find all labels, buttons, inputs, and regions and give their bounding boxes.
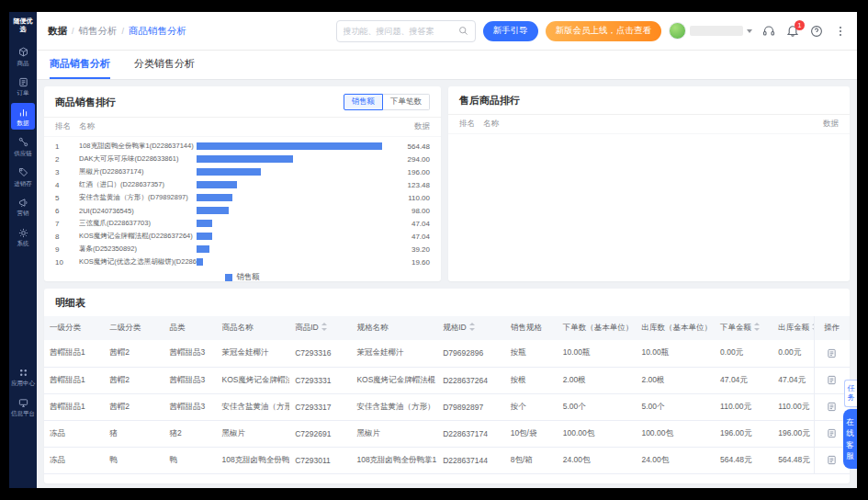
view-detail-icon[interactable] [827, 455, 837, 464]
rank-number: 4 [55, 181, 79, 189]
sort-icon[interactable] [469, 323, 476, 331]
sales-value: 47.04 [388, 233, 430, 241]
column-header-7[interactable]: 规格ID [437, 316, 504, 340]
sidebar-item-label: 订单 [17, 89, 29, 97]
aftersale-column-header: 排名 名称 数据 [448, 115, 850, 134]
table-cell: 100.00包 [636, 420, 715, 447]
view-detail-icon[interactable] [827, 428, 837, 438]
sales-value: 564.48 [388, 142, 430, 151]
task-float-button[interactable]: 任务 [844, 380, 857, 407]
ranking-row: 10KOS魔烤记(优选之选黑胡椒饼)(D228634296)19.60 [55, 256, 430, 268]
avatar[interactable] [669, 22, 686, 40]
table-cell: KOS魔烤记金牌帽法棍 [217, 367, 290, 393]
app-logo: 随便优选 [11, 17, 35, 34]
rank-number: 8 [55, 233, 79, 241]
sidebar-item-data[interactable]: 数据 [11, 103, 35, 130]
metric-toggle-销售额[interactable]: 销售额 [344, 94, 384, 110]
view-detail-icon[interactable] [827, 348, 837, 358]
search-icon[interactable] [458, 26, 468, 36]
column-label: 出库数（基本单位） [641, 323, 712, 332]
bar-track [197, 245, 382, 253]
guide-button[interactable]: 新手引导 [483, 21, 538, 41]
table-cell: 8包/箱 [505, 447, 558, 473]
sales-bar [197, 168, 261, 176]
ranking-row: 8KOS魔烤记金牌帽法棍(D228637264)47.04 [55, 230, 430, 243]
rank-number: 1 [55, 142, 79, 151]
sort-icon[interactable] [754, 323, 761, 331]
value-column-label: 数据 [384, 121, 430, 132]
column-label: 下单数（基本单位） [563, 323, 634, 332]
supply-icon [17, 137, 28, 148]
sidebar-item-supply[interactable]: 供应链 [11, 133, 35, 160]
table-cell: 冻品 [44, 420, 104, 447]
breadcrumb-item[interactable]: 数据 [48, 25, 67, 38]
sidebar-item-apps[interactable]: 应用中心 [11, 363, 35, 390]
sidebar-item-orders[interactable]: 订单 [11, 73, 35, 99]
customer-service-icon[interactable] [761, 24, 776, 39]
column-header-10[interactable]: 出库数（基本单位） [636, 316, 715, 340]
metric-toggle-下单笔数[interactable]: 下单笔数 [383, 94, 430, 110]
notification-badge: 1 [795, 20, 805, 30]
sales-bar [197, 155, 293, 163]
column-label: 销售规格 [511, 323, 542, 332]
sales-ranking-header: 商品销售排行 销售额下单笔数 [44, 86, 441, 118]
sales-bar [197, 258, 203, 266]
column-header-9[interactable]: 下单数（基本单位） [558, 316, 637, 340]
sidebar-item-label: 系统 [17, 240, 29, 247]
breadcrumb-item[interactable]: 销售分析 [79, 25, 118, 38]
column-header-12[interactable]: 出库金额 [772, 316, 814, 340]
search-input-wrap[interactable] [336, 20, 476, 42]
column-label: 品类 [170, 323, 186, 332]
main-content: 商品销售排行 销售额下单笔数 排名 名称 数据 1108克甜卤鸭全份鸭掌1(D2… [37, 80, 857, 488]
table-cell: 猪 [104, 420, 163, 447]
info-icon [17, 397, 28, 408]
sidebar-item-inventory[interactable]: 进销存 [11, 164, 35, 190]
product-name: KOS魔烤记金牌帽法棍(D228637264) [79, 232, 197, 241]
tab-分类销售分析[interactable]: 分类销售分析 [134, 51, 195, 79]
sidebar-item-info[interactable]: 信息平台 [11, 393, 35, 420]
sidebar-item-marketing[interactable]: 营销 [11, 193, 35, 220]
column-header-6: 规格名称 [351, 316, 437, 340]
sort-icon[interactable] [321, 323, 328, 331]
table-cell: 196.00元 [772, 420, 814, 447]
breadcrumb-item: 商品销售分析 [129, 25, 186, 38]
notification-bell-icon[interactable]: 1 [785, 24, 800, 39]
sales-bar [197, 245, 209, 253]
sales-bar [197, 181, 237, 188]
table-cell: 茜帽甜品3 [164, 367, 217, 393]
sales-ranking-column-header: 排名 名称 数据 [44, 118, 441, 137]
account-menu[interactable] [669, 22, 752, 40]
table-row: 茜帽甜品1茜帽2茜帽甜品3安佳含盐黄油（方形）C7293317安佳含盐黄油（方形… [44, 393, 850, 420]
column-header-5[interactable]: 商品ID [289, 316, 351, 340]
promo-banner-button[interactable]: 新版会员上线，点击查看 [546, 21, 662, 41]
sidebar-menu: 商品订单数据供应链进销存营销系统 [9, 41, 37, 253]
bar-track [197, 220, 382, 227]
view-detail-icon[interactable] [827, 375, 837, 384]
detail-table-header-row: 一级分类二级分类品类商品名称商品ID规格名称规格ID销售规格下单数（基本单位）出… [44, 316, 850, 340]
legend-label: 销售额 [236, 272, 260, 281]
analysis-tabs: 商品销售分析分类销售分析 [37, 51, 857, 80]
data-icon [17, 107, 28, 118]
help-icon[interactable] [809, 24, 824, 39]
shop-name-redacted [690, 26, 743, 36]
more-options-icon[interactable] [833, 24, 848, 39]
table-cell: 冻品 [44, 447, 104, 473]
detail-table-card: 明细表 一级分类二级分类品类商品名称商品ID规格名称规格ID销售规格下单数（基本… [44, 289, 850, 483]
view-detail-icon[interactable] [827, 402, 837, 411]
column-label: 规格名称 [356, 323, 388, 332]
table-cell: 5.00个 [636, 393, 715, 420]
column-header-11[interactable]: 下单金额 [715, 316, 772, 340]
sidebar-item-goods[interactable]: 商品 [11, 43, 35, 70]
tab-商品销售分析[interactable]: 商品销售分析 [50, 51, 110, 79]
value-column-label: 数据 [793, 119, 839, 130]
sidebar-item-system[interactable]: 系统 [11, 223, 35, 250]
top-cards-row: 商品销售排行 销售额下单笔数 排名 名称 数据 1108克甜卤鸭全份鸭掌1(D2… [44, 86, 850, 281]
table-row: 茜帽甜品1茜帽2茜帽甜品3KOS魔烤记金牌帽法棍C7293331KOS魔烤记金牌… [44, 367, 850, 393]
search-input[interactable] [344, 27, 458, 36]
name-column-label: 名称 [483, 119, 793, 130]
table-cell: 10.00瓶 [558, 340, 637, 367]
bar-track [197, 207, 382, 214]
aftersale-ranking-title: 售后商品排行 [459, 94, 520, 108]
online-service-float-button[interactable]: 在线客服 [843, 409, 857, 469]
sidebar-item-label: 应用中心 [11, 380, 35, 387]
